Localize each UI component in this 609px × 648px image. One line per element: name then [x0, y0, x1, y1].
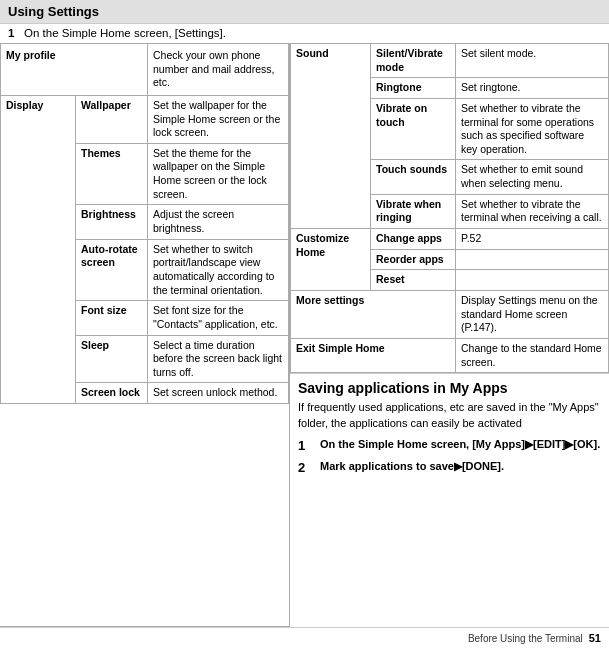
- cell-brightness-desc: Adjust the screen brightness.: [148, 205, 289, 239]
- table-row: More settings Display Settings menu on t…: [291, 290, 609, 338]
- page: Using Settings 1 On the Simple Home scre…: [0, 0, 609, 648]
- cell-ringtone-desc: Set ringtone.: [456, 78, 609, 99]
- cell-more-settings-label: More settings: [291, 290, 456, 338]
- cell-touch-sounds-label: Touch sounds: [371, 160, 456, 194]
- cell-auto-rotate-desc: Set whether to switch portrait/landscape…: [148, 239, 289, 301]
- step-text-1: On the Simple Home screen, [My Apps]▶[ED…: [320, 437, 600, 452]
- cell-display-label: Display: [1, 95, 76, 403]
- cell-my-profile-label: My profile: [1, 44, 148, 96]
- footer-page: 51: [589, 632, 601, 644]
- list-item: 1 On the Simple Home screen, [My Apps]▶[…: [298, 437, 601, 455]
- cell-font-size-desc: Set font size for the "Contacts" applica…: [148, 301, 289, 335]
- cell-silent-label: Silent/Vibrate mode: [371, 44, 456, 78]
- list-item: 2 Mark applications to save▶[DONE].: [298, 459, 601, 477]
- saving-desc: If frequently used applications, etc are…: [298, 400, 601, 431]
- cell-reorder-apps-label: Reorder apps: [371, 249, 456, 270]
- cell-touch-sounds-desc: Set whether to emit sound when selecting…: [456, 160, 609, 194]
- cell-ringtone-label: Ringtone: [371, 78, 456, 99]
- footer-label: Before Using the Terminal: [468, 633, 583, 644]
- cell-silent-desc: Set silent mode.: [456, 44, 609, 78]
- cell-change-apps-desc: P.52: [456, 229, 609, 250]
- cell-reorder-apps-desc: [456, 249, 609, 270]
- right-settings-table: Sound Silent/Vibrate mode Set silent mod…: [290, 43, 609, 627]
- cell-exit-simple-home-desc: Change to the standard Home screen.: [456, 338, 609, 372]
- step1-line: 1 On the Simple Home screen, [Settings].: [0, 24, 609, 43]
- section-header: Using Settings: [0, 0, 609, 24]
- step1-number: 1: [8, 27, 14, 39]
- steps-list: 1 On the Simple Home screen, [My Apps]▶[…: [298, 437, 601, 477]
- table-row: My profile Check your own phone number a…: [1, 44, 289, 96]
- cell-customize-home-label: Customize Home: [291, 229, 371, 291]
- cell-my-profile-desc: Check your own phone number and mail add…: [148, 44, 289, 96]
- section-title: Using Settings: [8, 4, 99, 19]
- cell-sleep-desc: Select a time duration before the screen…: [148, 335, 289, 383]
- left-settings-table: My profile Check your own phone number a…: [0, 43, 290, 627]
- saving-section: Saving applications in My Apps If freque…: [290, 373, 609, 485]
- cell-vibrate-touch-label: Vibrate on touch: [371, 98, 456, 160]
- step-text-2: Mark applications to save▶[DONE].: [320, 459, 504, 474]
- cell-auto-rotate-label: Auto-rotate screen: [76, 239, 148, 301]
- cell-vibrate-ringing-label: Vibrate when ringing: [371, 194, 456, 228]
- step-number-2: 2: [298, 459, 316, 477]
- table-row: Customize Home Change apps P.52: [291, 229, 609, 250]
- cell-font-size-label: Font size: [76, 301, 148, 335]
- table-row: Display Wallpaper Set the wallpaper for …: [1, 95, 289, 143]
- cell-sleep-label: Sleep: [76, 335, 148, 383]
- table-row: Sound Silent/Vibrate mode Set silent mod…: [291, 44, 609, 78]
- cell-reset-label: Reset: [371, 270, 456, 291]
- cell-screen-lock-desc: Set screen unlock method.: [148, 383, 289, 404]
- footer: Before Using the Terminal 51: [0, 627, 609, 648]
- cell-wallpaper-desc: Set the wallpaper for the Simple Home sc…: [148, 95, 289, 143]
- cell-reset-desc: [456, 270, 609, 291]
- step-number-1: 1: [298, 437, 316, 455]
- step1-text: On the Simple Home screen, [Settings].: [24, 27, 226, 39]
- cell-exit-simple-home-label: Exit Simple Home: [291, 338, 456, 372]
- saving-title: Saving applications in My Apps: [298, 380, 601, 396]
- table-row: Exit Simple Home Change to the standard …: [291, 338, 609, 372]
- cell-more-settings-desc: Display Settings menu on the standard Ho…: [456, 290, 609, 338]
- cell-brightness-label: Brightness: [76, 205, 148, 239]
- cell-vibrate-touch-desc: Set whether to vibrate the terminal for …: [456, 98, 609, 160]
- cell-vibrate-ringing-desc: Set whether to vibrate the terminal when…: [456, 194, 609, 228]
- cell-sound-label: Sound: [291, 44, 371, 229]
- cell-themes-desc: Set the theme for the wallpaper on the S…: [148, 143, 289, 205]
- cell-screen-lock-label: Screen lock: [76, 383, 148, 404]
- cell-themes-label: Themes: [76, 143, 148, 205]
- cell-wallpaper-label: Wallpaper: [76, 95, 148, 143]
- main-layout: My profile Check your own phone number a…: [0, 43, 609, 627]
- cell-change-apps-label: Change apps: [371, 229, 456, 250]
